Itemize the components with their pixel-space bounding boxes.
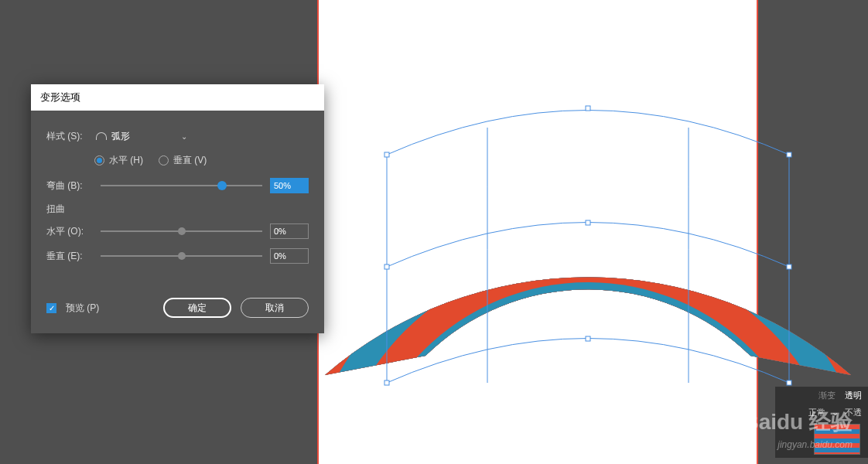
- tab-transparency[interactable]: 透明: [845, 390, 862, 401]
- document-canvas[interactable]: [317, 0, 758, 464]
- dialog-body: 样式 (S): 弧形 ⌄ 水平 (H) 垂直 (V) 弯曲 (B):: [31, 111, 324, 285]
- svg-rect-14: [787, 264, 791, 269]
- chevron-down-icon: ⌄: [181, 132, 187, 141]
- warp-options-dialog: 变形选项 样式 (S): 弧形 ⌄ 水平 (H) 垂直 (V) 弯曲 (B):: [31, 84, 324, 333]
- opacity-label: 不透: [845, 407, 862, 418]
- style-dropdown[interactable]: 弧形 ⌄: [93, 128, 192, 145]
- h-dist-slider[interactable]: [101, 230, 262, 232]
- radio-vertical-label: 垂直 (V): [173, 154, 207, 167]
- slider-thumb[interactable]: [178, 252, 186, 260]
- v-dist-slider[interactable]: [101, 255, 262, 257]
- tab-gradient[interactable]: 渐变: [818, 390, 836, 401]
- cancel-button[interactable]: 取消: [241, 298, 309, 318]
- chevron-down-icon: ⌄: [832, 408, 839, 418]
- svg-rect-12: [787, 152, 791, 157]
- pattern-swatch[interactable]: [814, 424, 860, 455]
- slider-thumb[interactable]: [178, 227, 186, 235]
- ok-button[interactable]: 确定: [163, 298, 231, 318]
- svg-rect-17: [787, 380, 791, 385]
- v-dist-input[interactable]: 0%: [270, 248, 309, 264]
- h-dist-label: 水平 (O):: [46, 225, 93, 238]
- style-value: 弧形: [111, 130, 130, 143]
- preview-label: 预览 (P): [66, 302, 99, 315]
- bend-input[interactable]: 50%: [270, 178, 309, 193]
- radio-horizontal[interactable]: 水平 (H): [94, 154, 143, 167]
- bend-label: 弯曲 (B):: [46, 179, 93, 193]
- slider-thumb[interactable]: [217, 181, 227, 190]
- side-panel: 渐变 透明 正常 ⌄ 不透: [775, 387, 868, 458]
- arc-icon: [96, 132, 107, 140]
- bend-slider[interactable]: [101, 185, 262, 186]
- radio-dot-icon: [94, 155, 104, 165]
- radio-circle-icon: [159, 155, 169, 165]
- distortion-label: 扭曲: [46, 203, 309, 216]
- dialog-title: 变形选项: [31, 84, 324, 111]
- radio-vertical[interactable]: 垂直 (V): [159, 154, 207, 167]
- radio-horizontal-label: 水平 (H): [109, 154, 143, 167]
- h-dist-input[interactable]: 0%: [270, 223, 309, 239]
- style-label: 样式 (S):: [46, 130, 93, 143]
- preview-checkbox[interactable]: ✓: [46, 303, 56, 313]
- blend-mode[interactable]: 正常: [808, 407, 825, 418]
- v-dist-label: 垂直 (E):: [46, 250, 93, 263]
